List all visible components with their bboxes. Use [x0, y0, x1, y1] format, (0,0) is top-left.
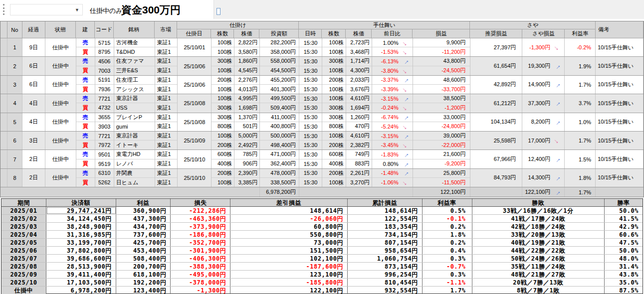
cell-entry-date: 25/10/06: [178, 76, 212, 94]
cell-stock-name: 住友ファマ三井E&S: [114, 57, 155, 75]
col-header[interactable]: 利益率: [565, 29, 596, 38]
col-header[interactable]: 日時: [299, 29, 322, 38]
col-header[interactable]: 前日比: [372, 29, 413, 38]
cell-profit-loss-leg: -33,700円: [413, 85, 470, 94]
toolbar-grip-handle[interactable]: [3, 4, 4, 15]
cell-stock-name-leg: 住友ファマ: [114, 57, 155, 66]
row-selector[interactable]: [0, 57, 7, 75]
cell-stock-name-leg: イトーキ: [114, 141, 155, 149]
summary-row[interactable]: 2025/1017,103,500円192,200円-378,000円-185,…: [1, 279, 643, 287]
summary-row[interactable]: 2025/0431,316,985円737,600円-186,800円550,8…: [1, 231, 643, 239]
summary-row[interactable]: 2025/0637,802,800円453,400円-301,900円151,5…: [1, 247, 643, 255]
summary-col-header-settlement-amount[interactable]: 決済額: [46, 199, 116, 206]
summary-cell-period: 2025/02: [1, 215, 46, 222]
summary-col-header-profit-rate[interactable]: 利益率: [423, 199, 472, 206]
cell-close-qty-leg: 100株: [322, 85, 346, 94]
cell-market: 東証1東証1: [155, 169, 178, 187]
summary-cell-loss: -463,360円: [171, 215, 230, 222]
cell-close-time-leg: 15:30: [299, 103, 322, 112]
row-selector[interactable]: [0, 150, 7, 168]
summary-row[interactable]: 2025/0828,513,900円200,700円-388,300円-187,…: [1, 263, 643, 271]
position-row[interactable]: 26日仕掛中売買45067003住友ファマ三井E&S東証1東証125/10/06…: [0, 57, 644, 75]
summary-col-header-net-pl[interactable]: 差引損益: [230, 199, 348, 206]
saya-pl-value: 17,000円: [522, 137, 550, 145]
summary-cell-profit-rate: 0.4%: [423, 247, 472, 254]
cell-entry-price: 2,390円3,385円: [234, 169, 260, 187]
position-row[interactable]: 44日仕掛中売買77214732東京計器USS東証1東証125/10/08100…: [0, 94, 644, 113]
col-header[interactable]: 株価: [346, 29, 372, 38]
position-row[interactable]: 36日仕掛中売買51917936住友理工アシックス東証1東証125/10/062…: [0, 76, 644, 94]
col-header[interactable]: 株数: [211, 29, 234, 38]
mini-text-input[interactable]: [216, 8, 220, 15]
col-header[interactable]: 状態: [45, 21, 76, 38]
up-arrow-icon: →: [550, 189, 564, 196]
col-header[interactable]: 損益: [413, 29, 470, 38]
row-selector[interactable]: [0, 132, 7, 149]
position-row[interactable]: 72日仕掛中売買95019519東電力HDレノバ東証1東証125/10/1060…: [0, 150, 644, 168]
cell-close-time: 15:3015:30: [299, 132, 322, 149]
cell-side-leg: 買: [76, 66, 95, 75]
summary-row[interactable]: 2025/0939,411,400円618,100円-495,000円123,1…: [1, 271, 643, 279]
summary-row[interactable]: 2025/0129,747,241円360,900円-212,286円148,6…: [1, 207, 643, 215]
position-row[interactable]: 82日仕掛中売買63105262井関農日ヒュム東証1東証125/10/10200…: [0, 169, 644, 187]
col-header[interactable]: 推奨損益: [470, 29, 522, 38]
summary-col-header-cumulative-pl[interactable]: 累計損益: [348, 199, 423, 206]
row-selector[interactable]: [0, 76, 7, 94]
cell-profit-loss: 25,800円-11,500円: [413, 169, 470, 187]
cell-entry-qty-leg: 600株: [212, 150, 234, 159]
arrow-glyph: →: [552, 154, 562, 164]
total-invest-amount: 6,978,200円: [260, 187, 299, 197]
summary-cell-win-rate: 47.5%: [605, 239, 643, 246]
row-selector[interactable]: [0, 38, 7, 56]
position-row[interactable]: 54日仕掛中売買36553903ブレインPgumi東証1東証125/10/083…: [0, 113, 644, 132]
col-header[interactable]: 経過: [22, 21, 45, 38]
group-header-1: 手仕舞い日時株数株価前日比損益: [299, 21, 470, 38]
col-header[interactable]: さや損益: [522, 29, 565, 38]
cell-close-price: 2,261円3,270円: [346, 169, 372, 187]
summary-cell-profit: 437,300円: [116, 215, 171, 222]
summary-cell-profit-rate: 1.7%: [423, 287, 472, 294]
summary-cell-profit: 453,400円: [116, 247, 171, 254]
summary-col-header-win-loss-record[interactable]: 勝敗: [472, 199, 605, 206]
arrow-glyph: →: [552, 98, 562, 108]
row-selector[interactable]: [0, 94, 7, 112]
summary-cell-loss: -186,800円: [171, 231, 230, 238]
summary-col-header-profit[interactable]: 利益: [116, 199, 171, 206]
col-header[interactable]: No: [7, 21, 22, 38]
summary-row[interactable]: 2025/0533,199,700円425,700円-352,700円73,00…: [1, 239, 643, 247]
summary-row[interactable]: 2025/0739,686,600円508,400円-406,300円102,1…: [1, 255, 643, 263]
total-profit-loss: 122,100円: [413, 187, 470, 197]
row-selector[interactable]: [0, 113, 7, 131]
summary-col-header-period[interactable]: 期間: [1, 199, 46, 206]
cell-entry-price: 1,860円4,545円: [234, 57, 260, 75]
col-header[interactable]: 建: [76, 21, 95, 38]
col-header-note[interactable]: 備考: [596, 21, 644, 38]
cell-recommended-pl: 61,654円: [470, 57, 523, 75]
cell-no: 7: [7, 150, 22, 168]
position-row[interactable]: 19日仕掛中売買57158795古河機金T&DHD東証1東証125/10/011…: [0, 38, 644, 57]
col-header[interactable]: 市場: [155, 21, 178, 38]
col-header[interactable]: 銘柄: [114, 21, 155, 38]
summary-col-header-win-rate[interactable]: 勝率: [605, 199, 643, 206]
position-row[interactable]: 63日仕掛中売買77217972東京計器イトーキ東証1東証125/10/0910…: [0, 132, 644, 150]
cell-invest-amount-leg: 455,200円: [260, 76, 299, 85]
strategy-combobox[interactable]: ▼: [10, 4, 83, 15]
cell-code-leg: 7936: [95, 85, 114, 94]
cell-stock-name: 古河機金T&DHD: [114, 38, 155, 56]
col-header[interactable]: [0, 21, 7, 38]
cell-market: 東証1東証1: [155, 113, 178, 131]
summary-row[interactable]: 2025/0234,124,450円437,300円-463,360円-26,0…: [1, 215, 643, 223]
summary-col-header-loss[interactable]: 損失: [171, 199, 230, 206]
summary-row[interactable]: 仕掛中6,978,200円123,400円-1,300円122,100円932,…: [1, 287, 643, 294]
summary-row[interactable]: 2025/0338,248,900円434,700円-373,900円60,80…: [1, 223, 643, 231]
col-header[interactable]: 株数: [322, 29, 346, 38]
col-header[interactable]: 仕掛日: [177, 29, 211, 38]
up-arrow-icon: →: [399, 160, 413, 167]
row-selector[interactable]: [0, 169, 7, 187]
cell-side-leg: 売: [76, 150, 95, 159]
col-header[interactable]: 株価: [234, 29, 259, 38]
cell-entry-qty: 100株100株: [212, 38, 234, 56]
cell-entry-qty-leg: 200株: [212, 76, 234, 85]
col-header[interactable]: 投資額: [259, 29, 299, 38]
col-header[interactable]: コード: [95, 21, 114, 38]
